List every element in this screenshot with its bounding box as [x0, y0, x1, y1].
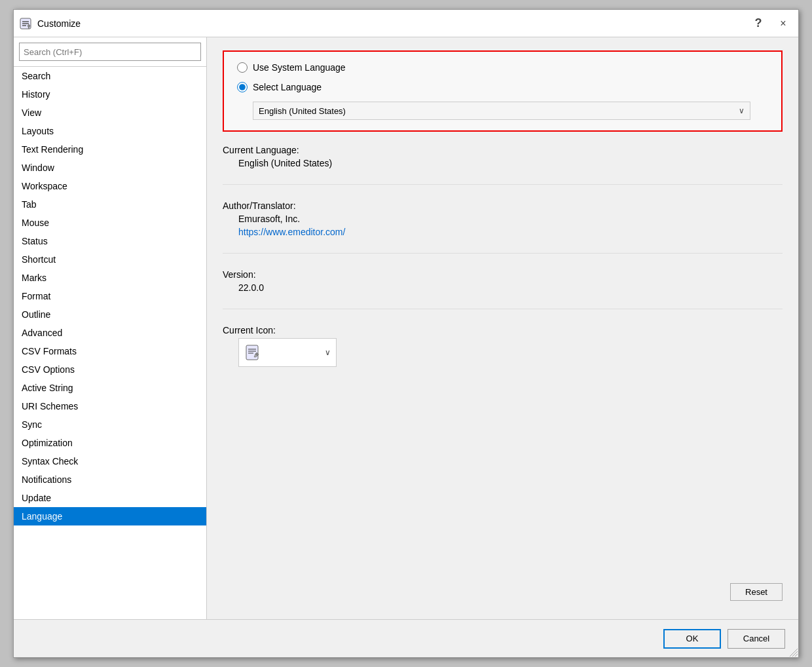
resize-handle[interactable] — [787, 646, 798, 657]
sidebar-item-syntax-check[interactable]: Syntax Check — [14, 452, 206, 470]
sidebar-item-sync[interactable]: Sync — [14, 415, 206, 434]
current-language-label: Current Language: — [223, 145, 783, 155]
sidebar-item-csv-formats[interactable]: CSV Formats — [14, 342, 206, 360]
sidebar-item-history[interactable]: History — [14, 85, 206, 104]
svg-line-10 — [795, 654, 798, 657]
sidebar-item-uri-schemes[interactable]: URI Schemes — [14, 397, 206, 415]
nav-list: SearchHistoryViewLayoutsText RenderingWi… — [14, 67, 206, 619]
icon-dropdown[interactable]: ∨ — [238, 338, 337, 367]
current-language-value: English (United States) — [238, 158, 783, 168]
sidebar-item-language[interactable]: Language — [14, 507, 206, 525]
ok-button[interactable]: OK — [663, 629, 721, 649]
current-icon-section: Current Icon: ∨ — [223, 322, 783, 370]
search-input[interactable] — [19, 43, 201, 61]
select-language-label[interactable]: Select Language — [253, 82, 322, 92]
sidebar-item-update[interactable]: Update — [14, 489, 206, 507]
version-section: Version: 22.0.0 — [223, 267, 783, 295]
version-label: Version: — [223, 269, 783, 280]
close-button[interactable]: × — [773, 15, 793, 32]
divider-2 — [223, 253, 783, 254]
sidebar-item-status[interactable]: Status — [14, 232, 206, 250]
divider-3 — [223, 309, 783, 309]
svg-rect-4 — [246, 345, 258, 360]
sidebar-item-shortcut[interactable]: Shortcut — [14, 250, 206, 269]
app-icon — [19, 17, 32, 30]
divider-1 — [223, 184, 783, 185]
sidebar-item-optimization[interactable]: Optimization — [14, 434, 206, 452]
author-value: Emurasoft, Inc. — [238, 214, 783, 224]
select-language-radio[interactable] — [237, 82, 248, 92]
title-bar: Customize ? × — [14, 10, 798, 37]
reset-button[interactable]: Reset — [730, 583, 783, 601]
sidebar-item-window[interactable]: Window — [14, 159, 206, 177]
sidebar-item-format[interactable]: Format — [14, 287, 206, 305]
current-icon-image — [244, 343, 263, 362]
sidebar-item-workspace[interactable]: Workspace — [14, 177, 206, 195]
language-selection-box: Use System Language Select Language Engl… — [223, 50, 783, 132]
sidebar: SearchHistoryViewLayoutsText RenderingWi… — [14, 37, 207, 619]
sidebar-item-csv-options[interactable]: CSV Options — [14, 360, 206, 379]
author-section: Author/Translator: Emurasoft, Inc. https… — [223, 198, 783, 240]
author-label: Author/Translator: — [223, 200, 783, 211]
version-value: 22.0.0 — [238, 282, 783, 293]
use-system-language-label[interactable]: Use System Language — [253, 62, 346, 73]
current-icon-label: Current Icon: — [223, 325, 783, 335]
sidebar-item-search[interactable]: Search — [14, 67, 206, 85]
sidebar-item-outline[interactable]: Outline — [14, 305, 206, 324]
language-dropdown-arrow-icon: ∨ — [739, 106, 745, 115]
dialog-title: Customize — [37, 18, 743, 29]
dialog-footer: OK Cancel — [14, 619, 798, 657]
icon-dropdown-arrow-icon: ∨ — [325, 348, 331, 357]
language-dropdown-value: English (United States) — [259, 106, 739, 116]
content-area: SearchHistoryViewLayoutsText RenderingWi… — [14, 37, 798, 619]
sidebar-item-view[interactable]: View — [14, 104, 206, 122]
search-box — [14, 37, 206, 67]
sidebar-item-layouts[interactable]: Layouts — [14, 122, 206, 140]
sidebar-item-text-rendering[interactable]: Text Rendering — [14, 140, 206, 159]
sidebar-item-tab[interactable]: Tab — [14, 195, 206, 214]
current-language-section: Current Language: English (United States… — [223, 142, 783, 171]
customize-dialog: Customize ? × SearchHistoryViewLayoutsTe… — [13, 9, 799, 658]
sidebar-item-active-string[interactable]: Active String — [14, 379, 206, 397]
reset-area: Reset — [223, 578, 783, 606]
svg-line-9 — [792, 651, 798, 657]
select-language-row: Select Language — [237, 82, 768, 92]
cancel-button[interactable]: Cancel — [728, 629, 785, 649]
sidebar-item-marks[interactable]: Marks — [14, 269, 206, 287]
help-button[interactable]: ? — [748, 15, 768, 32]
use-system-language-radio[interactable] — [237, 62, 248, 73]
sidebar-item-mouse[interactable]: Mouse — [14, 214, 206, 232]
sidebar-item-advanced[interactable]: Advanced — [14, 324, 206, 342]
main-panel: Use System Language Select Language Engl… — [207, 37, 798, 619]
language-dropdown[interactable]: English (United States) ∨ — [253, 102, 750, 120]
use-system-language-row: Use System Language — [237, 62, 768, 73]
sidebar-item-notifications[interactable]: Notifications — [14, 470, 206, 489]
author-link[interactable]: https://www.emeditor.com/ — [238, 227, 783, 237]
